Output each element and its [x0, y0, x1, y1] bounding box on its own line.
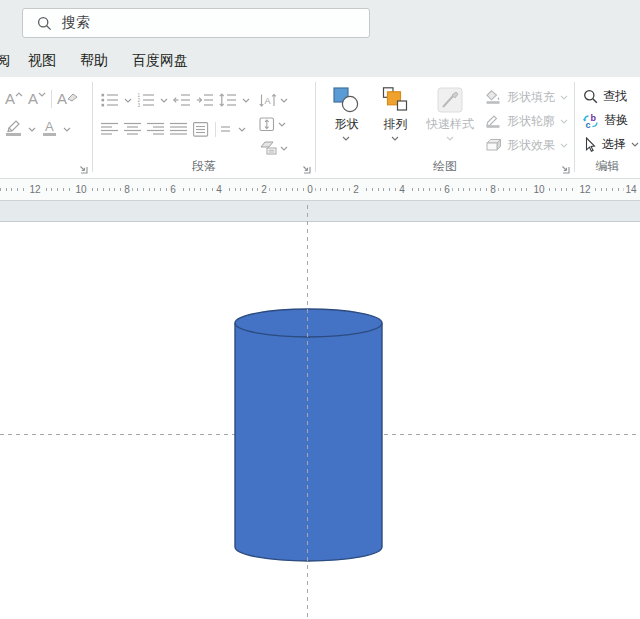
caret-down-icon: [38, 92, 46, 97]
distribute-icon[interactable]: [193, 122, 210, 137]
font-dialog-launcher[interactable]: [78, 164, 88, 174]
menu-item-review[interactable]: 阅: [0, 52, 10, 70]
find-button[interactable]: 查找: [583, 89, 640, 104]
chevron-down-icon[interactable]: [124, 98, 132, 103]
quick-styles-icon: [437, 87, 463, 113]
edit-group: 查找 b c 替换 选择 编辑: [575, 77, 640, 178]
menu-item-help[interactable]: 帮助: [68, 52, 120, 70]
text-direction-icon: [259, 117, 275, 132]
shading-icon[interactable]: [221, 123, 233, 135]
align-left-icon[interactable]: [101, 122, 119, 136]
sort-button[interactable]: A: [259, 92, 288, 108]
chevron-down-icon: [560, 143, 568, 148]
dialog-launcher-icon: [560, 164, 570, 174]
paragraph-group: 123: [93, 77, 315, 178]
sort-icon: A: [259, 93, 277, 108]
grow-font-button[interactable]: A: [5, 92, 23, 106]
highlighter-icon: [5, 119, 23, 136]
search-placeholder: 搜索: [62, 14, 90, 32]
decrease-indent-icon[interactable]: [173, 93, 191, 107]
divider: [51, 90, 52, 108]
chevron-down-icon[interactable]: [238, 127, 246, 132]
font-color-icon: A: [41, 119, 58, 136]
shrink-font-button[interactable]: A: [28, 92, 46, 106]
highlight-color-bar: [6, 133, 21, 136]
page-top-margin-band: [0, 201, 640, 222]
menu-item-view[interactable]: 视图: [16, 52, 68, 70]
line-spacing-icon[interactable]: [219, 93, 237, 107]
find-icon: [583, 89, 598, 104]
font-group: A A A A: [0, 77, 92, 178]
replace-button[interactable]: b c 替换: [583, 113, 640, 128]
shapes-label: 形状: [334, 116, 358, 133]
application-window: 搜索 阅 视图 帮助 百度网盘 A A A: [0, 0, 640, 619]
drawing-dialog-launcher[interactable]: [560, 164, 570, 174]
search-box[interactable]: 搜索: [22, 8, 370, 38]
svg-text:c: c: [586, 120, 591, 129]
caret-up-icon: [15, 92, 23, 97]
font-color-button[interactable]: A: [41, 119, 58, 140]
select-label: 选择: [602, 136, 626, 153]
cylinder-shape[interactable]: [234, 307, 383, 562]
asian-layout-icon: [259, 141, 277, 155]
select-cursor-icon: [583, 137, 597, 152]
shapes-icon: [333, 87, 359, 113]
select-button[interactable]: 选择: [583, 137, 640, 152]
highlight-color-button[interactable]: [5, 119, 23, 140]
vertical-guide: [307, 205, 308, 619]
chevron-down-icon: [631, 142, 639, 147]
horizontal-ruler[interactable]: 1210864202468101214: [0, 178, 640, 201]
chevron-down-icon: [280, 98, 288, 103]
ruler-number: 10: [73, 183, 88, 196]
shape-outline-button: 形状轮廓: [486, 113, 568, 129]
paragraph-group-label: 段落: [93, 158, 315, 175]
numbering-icon[interactable]: 123: [137, 93, 155, 107]
document-area[interactable]: [0, 201, 640, 619]
chevron-down-icon: [278, 122, 286, 127]
paragraph-dialog-launcher[interactable]: [301, 164, 311, 174]
dialog-launcher-icon: [301, 164, 311, 174]
arrange-label: 排列: [383, 116, 407, 133]
svg-text:A: A: [45, 119, 54, 134]
drawing-group-label: 绘图: [316, 158, 574, 175]
ruler-number: 4: [214, 183, 224, 196]
ruler-number: 2: [259, 183, 269, 196]
ruler-number: 12: [27, 183, 42, 196]
ruler-number: 10: [531, 183, 546, 196]
shape-fill-label: 形状填充: [507, 89, 555, 106]
shape-outline-label: 形状轮廓: [507, 113, 555, 130]
arrange-icon: [382, 87, 408, 113]
ruler-number: 6: [168, 183, 178, 196]
chevron-down-icon: [391, 136, 399, 141]
clear-formatting-button[interactable]: A: [57, 92, 78, 106]
text-direction-button[interactable]: [259, 116, 288, 132]
svg-text:3: 3: [138, 103, 141, 107]
align-right-icon[interactable]: [147, 122, 165, 136]
shape-fill-button: 形状填充: [486, 89, 568, 105]
bullets-icon[interactable]: [101, 93, 119, 107]
chevron-down-icon[interactable]: [242, 98, 250, 103]
shape-effects-icon: [486, 138, 502, 152]
title-bar: 搜索: [0, 0, 640, 44]
ruler-number: 4: [397, 183, 407, 196]
align-center-icon[interactable]: [124, 122, 142, 136]
replace-icon: b c: [583, 113, 599, 129]
chevron-down-icon: [342, 136, 350, 141]
eraser-icon: [67, 92, 78, 102]
justify-icon[interactable]: [170, 122, 188, 136]
chevron-down-icon[interactable]: [63, 127, 71, 132]
chevron-down-icon: [446, 136, 454, 141]
chevron-down-icon[interactable]: [28, 127, 36, 132]
drawing-group: 形状 排列 快速样式: [316, 77, 574, 178]
shape-effects-label: 形状效果: [507, 137, 555, 154]
chevron-down-icon[interactable]: [160, 98, 168, 103]
ruler-number: 0: [305, 183, 315, 196]
increase-indent-icon[interactable]: [196, 93, 214, 107]
edit-group-label: 编辑: [575, 158, 640, 175]
ruler-number: 12: [577, 183, 592, 196]
svg-text:A: A: [265, 96, 271, 106]
ribbon: A A A A: [0, 77, 640, 178]
asian-layout-button[interactable]: [259, 140, 288, 156]
menu-item-baidu-netdisk[interactable]: 百度网盘: [120, 52, 200, 70]
ruler-number: 6: [442, 183, 452, 196]
